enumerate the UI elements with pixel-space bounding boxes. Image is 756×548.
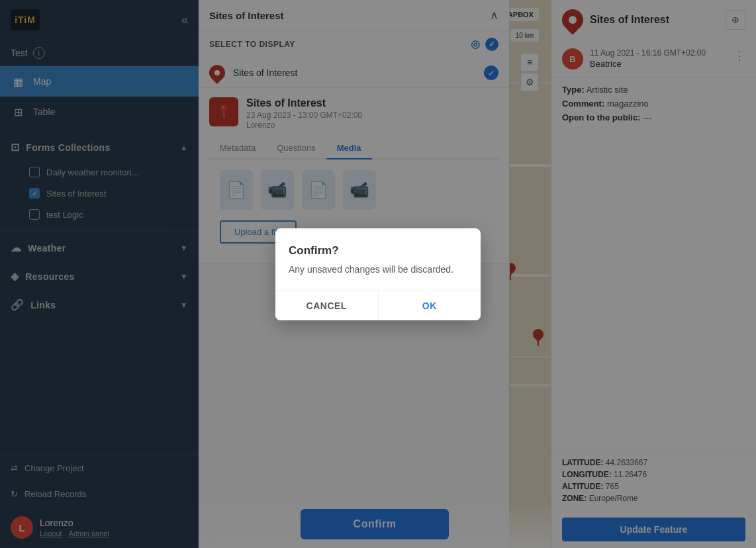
modal-ok-button[interactable]: OK [379, 291, 481, 320]
modal-actions: CANCEL OK [275, 291, 481, 320]
modal-box: Confirm? Any unsaved changes will be dis… [275, 228, 481, 320]
modal-overlay[interactable]: Confirm? Any unsaved changes will be dis… [0, 0, 756, 548]
modal-cancel-button[interactable]: CANCEL [275, 291, 379, 320]
modal-title: Confirm? [289, 244, 467, 257]
modal-body: Any unsaved changes will be discarded. [289, 264, 467, 275]
